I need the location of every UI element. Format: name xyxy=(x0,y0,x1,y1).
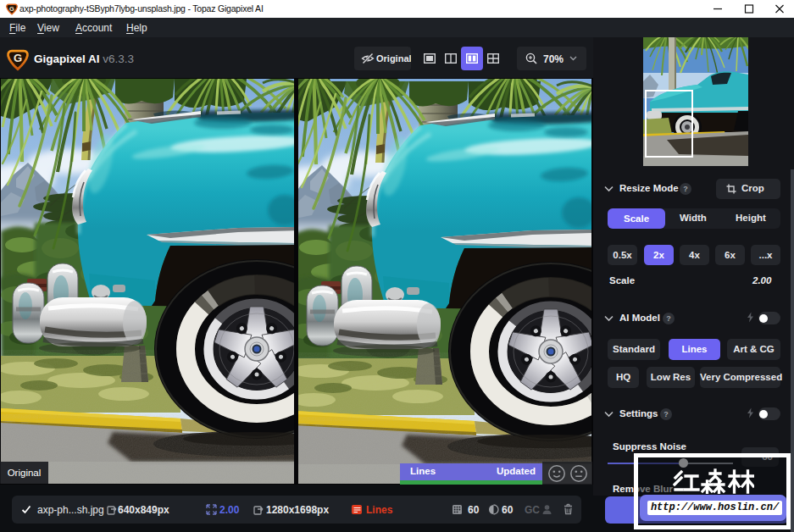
svg-text:G: G xyxy=(14,52,22,64)
svg-text:G: G xyxy=(9,5,14,13)
